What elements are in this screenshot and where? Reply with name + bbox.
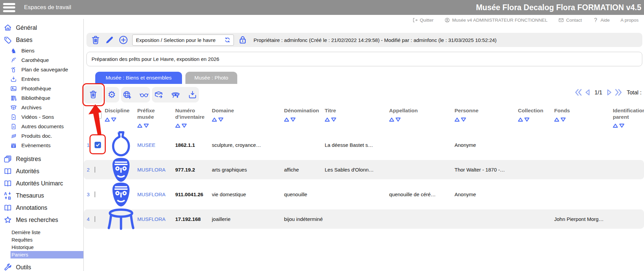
triangle-right-icon[interactable]	[605, 88, 613, 97]
lock-icon[interactable]	[238, 35, 248, 45]
sidebar-item-autorites-unimarc[interactable]: Autorités Unimarc	[0, 177, 83, 189]
contact-button[interactable]: Contact	[558, 17, 582, 23]
sort-asc-icon[interactable]	[389, 117, 394, 122]
sidebar-item-videos-sons[interactable]: Vidéos - Sons	[0, 112, 83, 122]
sort-asc-icon[interactable]	[613, 123, 618, 128]
sort-asc-icon[interactable]	[212, 117, 217, 122]
sidebar-item-phototheque[interactable]: Photothèque	[0, 84, 83, 93]
sidebar-item-registres[interactable]: Registres	[0, 153, 83, 165]
row-checkbox-cell	[95, 216, 105, 222]
delete-selection-button[interactable]	[84, 85, 103, 104]
a-propos-button[interactable]: A propos	[621, 18, 639, 23]
sort-desc-icon[interactable]	[561, 117, 566, 122]
download-icon[interactable]	[188, 90, 197, 99]
basket-selector[interactable]: Exposition / Selection pour le havre	[132, 35, 234, 46]
row-checkbox[interactable]	[95, 167, 95, 173]
sort-asc-icon[interactable]	[518, 117, 523, 122]
prefix-link[interactable]: MUSFLORA	[137, 216, 175, 222]
basket-description-field[interactable]: Préparation des prêts pour Le Havre, exp…	[86, 52, 642, 66]
sort-desc-icon[interactable]	[396, 117, 401, 122]
trash-icon[interactable]	[90, 35, 101, 45]
globe-upload-icon[interactable]	[122, 90, 132, 99]
prefix-link[interactable]: MUSFLORA	[137, 191, 175, 197]
sort-asc-icon[interactable]	[325, 117, 330, 122]
row-checkbox[interactable]	[95, 191, 95, 197]
row-checkbox[interactable]	[95, 142, 101, 148]
sidebar-item-autorites[interactable]: Autorités	[0, 165, 83, 177]
books-icon	[10, 95, 17, 101]
chevrons-left-icon[interactable]	[575, 88, 582, 97]
sidebar-item-bases[interactable]: Bases	[0, 34, 83, 46]
sidebar-item-evenements[interactable]: Evènements	[0, 141, 83, 150]
sidebar-item-entrees[interactable]: Entrées	[0, 74, 83, 84]
eye-horus-icon[interactable]	[171, 90, 180, 99]
sort-desc-icon[interactable]	[461, 117, 466, 122]
sidebar-item-mes-recherches[interactable]: Mes recherches	[0, 214, 83, 226]
settings-button[interactable]: ⚙	[104, 87, 119, 103]
aide-button[interactable]: ? Aide	[593, 17, 610, 23]
tab-musee-photo[interactable]: Musée : Photo	[185, 72, 237, 84]
thesaurus-icon: AB	[3, 191, 12, 200]
sidebar-item-label: Bases	[16, 37, 33, 44]
glasses-icon[interactable]	[139, 90, 149, 99]
column-header-denomination: Dénomination	[284, 108, 319, 114]
sort-asc-icon[interactable]	[455, 117, 460, 122]
star-icon	[3, 216, 12, 224]
sort-asc-icon[interactable]	[284, 117, 289, 122]
sidebar-item-historique[interactable]: Historique	[11, 244, 83, 251]
tab-musee-biens-et-ensembles[interactable]: Musée : Biens et ensembles	[95, 72, 182, 84]
sidebar-item-bibliotheque[interactable]: Bibliothèque	[0, 93, 83, 103]
row-number[interactable]: 3	[84, 191, 95, 197]
sort-asc-icon[interactable]	[175, 123, 180, 128]
cell-denomination: bijou indéterminé	[284, 216, 325, 222]
sort-desc-icon[interactable]	[218, 117, 223, 122]
sort-desc-icon[interactable]	[331, 117, 336, 122]
basket-toolbar: Exposition / Selection pour le havre Pro…	[86, 33, 642, 47]
row-number[interactable]: 4	[84, 216, 95, 222]
sort-desc-icon[interactable]	[182, 123, 187, 128]
prefix-link[interactable]: MUSFLORA	[137, 167, 175, 173]
sort-desc-icon[interactable]	[524, 117, 529, 122]
sidebar-item-carotheque[interactable]: Carothèque	[0, 55, 83, 65]
sort-desc-icon[interactable]	[144, 123, 149, 128]
sort-asc-icon[interactable]	[105, 117, 110, 122]
table-icon	[105, 203, 137, 235]
sidebar-item-thesaurus[interactable]: ABThesaurus	[0, 189, 83, 202]
current-user-button[interactable]: Musée v4 ADMINISTRATEUR FONCTIONNEL	[444, 17, 547, 23]
sidebar-item-archives[interactable]: Archives	[0, 103, 83, 112]
refresh-icon[interactable]	[224, 37, 231, 43]
prefix-link[interactable]: MUSEE	[137, 142, 175, 148]
sidebar-item-paniers[interactable]: Paniers	[11, 251, 83, 258]
sidebar-item-general[interactable]: Général	[0, 22, 83, 34]
row-checkbox[interactable]	[95, 216, 95, 222]
sort-desc-icon[interactable]	[619, 123, 624, 128]
sort-asc-icon[interactable]	[554, 117, 559, 122]
sidebar-item-outils[interactable]: Outils	[0, 261, 83, 271]
pencil-icon[interactable]	[104, 35, 115, 45]
cell-titre: Les Sables d'Olonn…	[325, 167, 389, 173]
sort-desc-icon[interactable]	[290, 117, 296, 122]
sidebar-item-autres-documents[interactable]: Autres documents	[0, 122, 83, 131]
sidebar-item-annotations[interactable]: Annotations	[0, 202, 83, 214]
triangle-left-icon[interactable]	[584, 88, 592, 97]
sidebar-item-produits-doc[interactable]: Produits doc.	[0, 131, 83, 141]
sidebar-item-biens[interactable]: ♞Biens	[0, 46, 83, 55]
row-number[interactable]: 2	[84, 167, 95, 173]
sidebar-item-requetes[interactable]: Requêtes	[11, 236, 83, 244]
sidebar-item-derniere-liste[interactable]: Dernière liste	[11, 229, 83, 236]
sidebar-item-plan-de-sauvegarde[interactable]: Plan de sauvegarde	[0, 65, 83, 74]
box-export-icon[interactable]	[154, 90, 163, 99]
row-number[interactable]: 1	[84, 142, 95, 148]
plus-circle-icon[interactable]	[118, 35, 128, 45]
top-bar: Espaces de travail Musée Flora Decalog F…	[0, 0, 644, 15]
cell-personne: Anonyme	[455, 191, 518, 197]
chevrons-right-icon[interactable]	[615, 88, 622, 97]
sort-asc-icon[interactable]	[137, 123, 142, 128]
row-checkbox-cell	[95, 142, 105, 148]
calendar-icon	[10, 142, 17, 149]
select-all-checkbox[interactable]	[95, 112, 102, 119]
sidebar-item-label: Registres	[16, 156, 41, 163]
quitter-button[interactable]: Quitter	[412, 17, 434, 23]
sort-desc-icon[interactable]	[111, 117, 116, 122]
hamburger-icon[interactable]	[3, 3, 15, 12]
